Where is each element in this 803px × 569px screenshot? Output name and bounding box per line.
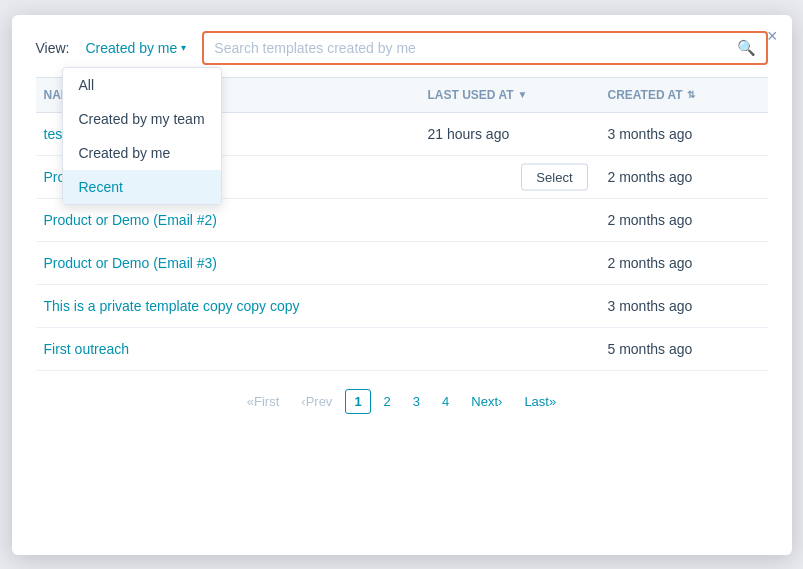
- table-row: Product or Demo (Email #3) 2 months ago: [36, 242, 768, 285]
- template-link[interactable]: Product or Demo (Email #3): [36, 255, 218, 271]
- view-dropdown-menu: All Created by my team Created by me Rec…: [62, 67, 222, 205]
- last-page-button[interactable]: Last »: [515, 389, 565, 414]
- view-dropdown-button[interactable]: Created by me ▾: [85, 40, 186, 56]
- row-name: Product or Demo (Email #3): [36, 254, 428, 272]
- next-label: Next: [471, 394, 498, 409]
- dropdown-item-recent[interactable]: Recent: [63, 170, 221, 204]
- search-icon: 🔍: [737, 39, 756, 57]
- row-name: Product or Demo (Email #2): [36, 211, 428, 229]
- row-created: 2 months ago: [608, 169, 768, 185]
- prev-label: Prev: [306, 394, 333, 409]
- row-created: 3 months ago: [608, 126, 768, 142]
- page-4-button[interactable]: 4: [433, 389, 458, 414]
- row-created: 2 months ago: [608, 212, 768, 228]
- page-3-button[interactable]: 3: [404, 389, 429, 414]
- table-row: This is a private template copy copy cop…: [36, 285, 768, 328]
- row-created: 5 months ago: [608, 341, 768, 357]
- row-created: 2 months ago: [608, 255, 768, 271]
- sort-icon: ▼: [518, 89, 528, 100]
- sort-icon-created: ⇅: [687, 89, 695, 100]
- modal-header: View: Created by me ▾ All Created by my …: [12, 15, 792, 77]
- column-created-header: CREATED AT ⇅: [608, 88, 768, 102]
- dropdown-item-team[interactable]: Created by my team: [63, 102, 221, 136]
- row-name: This is a private template copy copy cop…: [36, 297, 428, 315]
- last-label: Last: [524, 394, 549, 409]
- row-created: 3 months ago: [608, 298, 768, 314]
- next-page-button[interactable]: Next ›: [462, 389, 511, 414]
- modal: × View: Created by me ▾ All Created by m…: [12, 15, 792, 555]
- chevron-down-icon: ▾: [181, 42, 186, 53]
- page-1-button[interactable]: 1: [345, 389, 370, 414]
- template-link[interactable]: First outreach: [36, 341, 130, 357]
- table-row: Product or Demo (Email #2) 2 months ago: [36, 199, 768, 242]
- row-last-used: 21 hours ago: [428, 126, 608, 142]
- search-input[interactable]: [214, 40, 728, 56]
- page-2-button[interactable]: 2: [375, 389, 400, 414]
- pagination: « First ‹ Prev 1 2 3 4 Next › Last »: [12, 371, 792, 430]
- dropdown-item-all[interactable]: All: [63, 68, 221, 102]
- double-chevron-left-icon: «: [247, 394, 254, 409]
- chevron-right-icon: ›: [498, 394, 502, 409]
- template-link[interactable]: Product or Demo (Email #2): [36, 212, 218, 228]
- table-row: First outreach 5 months ago: [36, 328, 768, 371]
- first-label: First: [254, 394, 279, 409]
- prev-page-button[interactable]: ‹ Prev: [292, 389, 341, 414]
- double-chevron-right-icon: »: [549, 394, 556, 409]
- view-selected-label: Created by me: [85, 40, 177, 56]
- column-last-used-header: LAST USED AT ▼: [428, 88, 608, 102]
- select-button[interactable]: Select: [521, 163, 587, 190]
- first-page-button[interactable]: « First: [238, 389, 289, 414]
- view-label: View:: [36, 40, 70, 56]
- row-name: First outreach: [36, 340, 428, 358]
- template-link[interactable]: This is a private template copy copy cop…: [36, 298, 300, 314]
- dropdown-item-me[interactable]: Created by me: [63, 136, 221, 170]
- search-box: 🔍: [202, 31, 767, 65]
